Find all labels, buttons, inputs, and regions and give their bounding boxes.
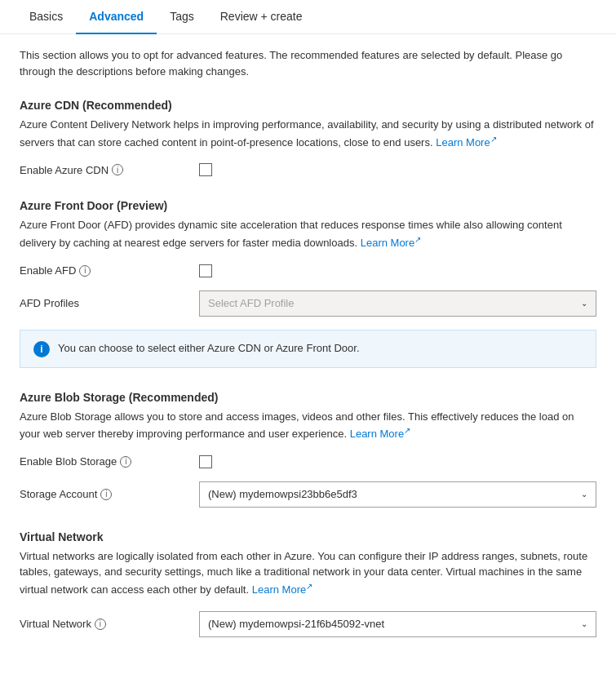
virtual-network-control: (New) mydemowpsi-21f6b45092-vnet ⌄ xyxy=(199,611,596,637)
virtual-network-title: Virtual Network xyxy=(20,530,596,543)
afd-profiles-chevron-icon: ⌄ xyxy=(581,299,587,308)
storage-account-control: (New) mydemowpsi23bb6e5df3 ⌄ xyxy=(199,481,596,508)
enable-blob-label: Enable Blob Storage i xyxy=(20,455,199,468)
virtual-network-learn-more[interactable]: Learn More↗ xyxy=(252,583,312,596)
afd-profiles-value: Select AFD Profile xyxy=(208,297,295,309)
enable-blob-info-icon[interactable]: i xyxy=(120,456,131,468)
azure-cdn-title: Azure CDN (Recommended) xyxy=(20,99,596,112)
virtual-network-info-icon[interactable]: i xyxy=(95,619,106,630)
enable-cdn-info-icon[interactable]: i xyxy=(112,164,123,175)
azure-blob-desc: Azure Blob Storage allows you to store a… xyxy=(20,409,596,442)
enable-afd-row: Enable AFD i xyxy=(20,264,596,277)
enable-cdn-checkbox[interactable] xyxy=(199,163,212,176)
learn-more-external-icon: ↗ xyxy=(490,135,497,144)
azure-blob-learn-more[interactable]: Learn More↗ xyxy=(350,428,410,440)
vnet-learn-more-external-icon: ↗ xyxy=(306,582,312,591)
azure-cdn-desc: Azure Content Delivery Network helps in … xyxy=(20,117,596,150)
azure-front-door-desc: Azure Front Door (AFD) provides dynamic … xyxy=(20,217,596,251)
storage-account-info-icon[interactable]: i xyxy=(100,489,112,500)
virtual-network-dropdown[interactable]: (New) mydemowpsi-21f6b45092-vnet ⌄ xyxy=(199,611,596,637)
virtual-network-label: Virtual Network i xyxy=(20,618,199,630)
afd-profiles-label: AFD Profiles xyxy=(20,297,199,309)
enable-blob-checkbox[interactable] xyxy=(199,455,212,468)
storage-account-dropdown[interactable]: (New) mydemowpsi23bb6e5df3 ⌄ xyxy=(199,481,596,508)
azure-cdn-section: Azure CDN (Recommended) Azure Content De… xyxy=(20,99,596,176)
tab-advanced[interactable]: Advanced xyxy=(76,0,157,34)
storage-account-label: Storage Account i xyxy=(20,488,199,500)
cdn-afd-info-box: i You can choose to select either Azure … xyxy=(20,330,596,368)
storage-account-value: (New) mydemowpsi23bb6e5df3 xyxy=(208,488,357,500)
afd-learn-more-external-icon: ↗ xyxy=(414,235,421,244)
enable-cdn-control xyxy=(199,163,596,176)
enable-cdn-label: Enable Azure CDN i xyxy=(20,164,199,176)
enable-cdn-row: Enable Azure CDN i xyxy=(20,163,596,176)
azure-cdn-learn-more[interactable]: Learn More↗ xyxy=(436,136,496,149)
tab-review-create[interactable]: Review + create xyxy=(207,0,316,34)
enable-blob-row: Enable Blob Storage i xyxy=(20,455,596,468)
tab-basics[interactable]: Basics xyxy=(16,0,76,34)
enable-afd-control xyxy=(199,264,596,277)
info-box-icon: i xyxy=(33,341,50,357)
azure-front-door-section: Azure Front Door (Preview) Azure Front D… xyxy=(20,199,596,367)
virtual-network-desc: Virtual networks are logically isolated … xyxy=(20,548,596,598)
tab-bar: Basics Advanced Tags Review + create xyxy=(0,0,616,34)
afd-profiles-control: Select AFD Profile ⌄ xyxy=(199,290,596,317)
enable-blob-control xyxy=(199,455,596,468)
storage-account-chevron-icon: ⌄ xyxy=(581,490,587,499)
azure-blob-section: Azure Blob Storage (Recommended) Azure B… xyxy=(20,391,596,508)
afd-profiles-dropdown[interactable]: Select AFD Profile ⌄ xyxy=(199,290,596,317)
info-box-text: You can choose to select either Azure CD… xyxy=(58,340,360,357)
tab-tags[interactable]: Tags xyxy=(157,0,207,34)
azure-front-door-title: Azure Front Door (Preview) xyxy=(20,199,596,212)
main-content: This section allows you to opt for advan… xyxy=(0,47,616,674)
virtual-network-row: Virtual Network i (New) mydemowpsi-21f6b… xyxy=(20,611,596,637)
afd-profiles-row: AFD Profiles Select AFD Profile ⌄ xyxy=(20,290,596,317)
virtual-network-section: Virtual Network Virtual networks are log… xyxy=(20,530,596,637)
enable-afd-info-icon[interactable]: i xyxy=(79,265,91,277)
azure-front-door-learn-more[interactable]: Learn More↗ xyxy=(361,237,421,249)
enable-afd-checkbox[interactable] xyxy=(199,264,212,277)
azure-blob-title: Azure Blob Storage (Recommended) xyxy=(20,391,596,404)
blob-learn-more-external-icon: ↗ xyxy=(404,426,410,435)
enable-afd-label: Enable AFD i xyxy=(20,264,199,277)
intro-text: This section allows you to opt for advan… xyxy=(20,47,596,79)
storage-account-row: Storage Account i (New) mydemowpsi23bb6e… xyxy=(20,481,596,508)
virtual-network-value: (New) mydemowpsi-21f6b45092-vnet xyxy=(208,618,384,630)
virtual-network-chevron-icon: ⌄ xyxy=(581,619,587,628)
